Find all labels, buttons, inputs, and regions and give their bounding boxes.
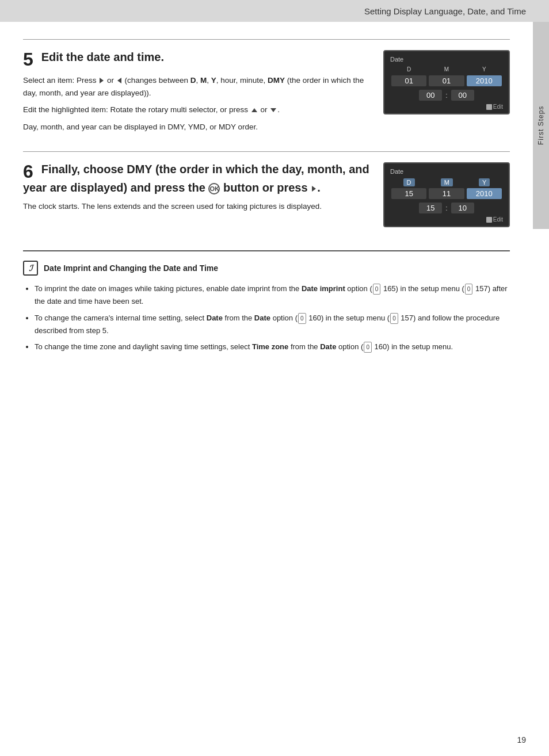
arrow-up-icon: [251, 108, 257, 112]
page-title: Setting Display Language, Date, and Time: [364, 6, 526, 16]
step-6-val-m: 11: [429, 188, 464, 199]
step-6-lcd-time: 15 : 10: [390, 202, 503, 214]
step-6-val-min: 10: [451, 203, 474, 213]
step-5-lcd-title: Date: [390, 56, 503, 63]
step-5-lcd-date-vals: 01 01 2010: [390, 75, 503, 87]
step-5-col-m: M: [428, 66, 465, 72]
note-bold-3a: Time zone: [252, 342, 288, 351]
note-ref-2a: 0: [298, 313, 306, 324]
step-5-lcd: Date D M Y 01 01 2010 00 : 00: [383, 50, 510, 114]
arrow-right-icon: [100, 78, 104, 83]
note-item-2: To change the camera's internal time set…: [35, 312, 510, 337]
page-number: 19: [517, 735, 526, 744]
step-6-colon: :: [445, 204, 447, 212]
step-5-title: Edit the date and time.: [41, 51, 164, 63]
step-5-val-y: 2010: [467, 75, 502, 86]
ok-button-icon: OK: [208, 183, 220, 194]
step-6-arrow-right: [312, 186, 316, 192]
step-6-edit-icon: [486, 217, 492, 223]
note-header: ℐ Date Imprint and Changing the Date and…: [23, 261, 510, 276]
step-5-para2: Edit the highlighted item: Rotate the ro…: [23, 104, 369, 116]
step-6-body: The clock starts. The lens extends and t…: [23, 200, 369, 213]
step-5-col-y: Y: [466, 66, 503, 72]
step-6-col-d: D: [403, 178, 415, 186]
note-icon: ℐ: [23, 261, 38, 276]
step-6-edit-label: Edit: [493, 216, 503, 223]
step-6-val-h: 15: [419, 203, 442, 213]
step-6-lcd-title: Date: [390, 168, 503, 175]
note-bold-3b: Date: [320, 342, 336, 351]
note-ref-3a: 0: [364, 342, 372, 353]
step-5-lcd-time: 00 : 00: [390, 89, 503, 101]
step-6-right: Date D M Y 15 11 2010 15 : 10: [383, 162, 510, 227]
note-bold-2b: Date: [254, 314, 270, 322]
note-ref-1a: 0: [373, 284, 381, 295]
step-6-title: Finally, choose DMY (the order in which …: [23, 163, 369, 194]
step-5-left: 5 Edit the date and time. Select an item…: [23, 50, 369, 138]
bold-d: D: [190, 76, 196, 85]
step-6-dmy: DMY: [127, 163, 152, 175]
arrow-left-icon: [117, 78, 121, 83]
step-5-lcd-edit: Edit: [390, 104, 503, 110]
note-bold-2a: Date: [207, 314, 223, 322]
step-5-edit-label: Edit: [493, 104, 503, 110]
note-item-1: To imprint the date on images while taki…: [35, 282, 510, 308]
step-5-colon: :: [445, 91, 447, 100]
step-6-lcd-edit: Edit: [390, 216, 503, 223]
step-5-para1: Select an item: Press or (changes betwee…: [23, 74, 369, 99]
step-6-lcd: Date D M Y 15 11 2010 15 : 10: [383, 162, 510, 227]
step-5-number: 5: [23, 50, 33, 68]
step-5-val-m: 01: [429, 75, 464, 86]
step-6-heading: 6 Finally, choose DMY (the order in whic…: [23, 162, 369, 194]
header-bar: Setting Display Language, Date, and Time: [0, 0, 549, 22]
step-6-lcd-header: D M Y: [390, 178, 503, 186]
step-5-section: 5 Edit the date and time. Select an item…: [23, 39, 510, 138]
step-6-lcd-date-vals: 15 11 2010: [390, 188, 503, 200]
step-6-left: 6 Finally, choose DMY (the order in whic…: [23, 162, 369, 217]
step-5-val-d: 01: [391, 75, 426, 86]
step-6-val-y: 2010: [467, 188, 502, 199]
step-5-col-d: D: [390, 66, 428, 72]
step-6-number: 6: [23, 162, 33, 181]
step-5-para3: Day, month, and year can be displayed in…: [23, 121, 369, 133]
note-ref-2b: 0: [390, 313, 398, 324]
step-5-right: Date D M Y 01 01 2010 00 : 00: [383, 50, 510, 114]
arrow-down-icon: [270, 108, 276, 112]
step-6-col-m: M: [441, 178, 453, 186]
step-5-edit-icon: [486, 104, 492, 110]
sidebar-tab: First Steps: [533, 22, 549, 229]
bold-dmy1: DMY: [268, 76, 285, 85]
step-6-col-y: Y: [479, 178, 490, 186]
note-section: ℐ Date Imprint and Changing the Date and…: [23, 250, 510, 353]
step-5-val-h: 00: [419, 90, 442, 101]
step-6-val-d: 15: [391, 188, 426, 199]
bold-y: Y: [211, 76, 216, 85]
note-ref-1b: 0: [465, 284, 473, 295]
main-content: 5 Edit the date and time. Select an item…: [0, 22, 533, 374]
sidebar-label: First Steps: [537, 106, 545, 145]
step-5-body: Select an item: Press or (changes betwee…: [23, 74, 369, 133]
step-6-section: 6 Finally, choose DMY (the order in whic…: [23, 151, 510, 227]
bold-m: M: [200, 76, 207, 85]
step-5-lcd-col-labels: D M Y: [390, 66, 503, 72]
note-title: Date Imprint and Changing the Date and T…: [44, 264, 218, 273]
step-6-para: The clock starts. The lens extends and t…: [23, 200, 369, 213]
note-item-3: To change the time zone and daylight sav…: [35, 341, 510, 353]
step-5-heading: 5 Edit the date and time.: [23, 50, 369, 68]
note-bold-1: Date imprint: [302, 284, 345, 293]
step-5-val-min: 00: [451, 90, 474, 101]
note-list: To imprint the date on images while taki…: [23, 282, 510, 353]
